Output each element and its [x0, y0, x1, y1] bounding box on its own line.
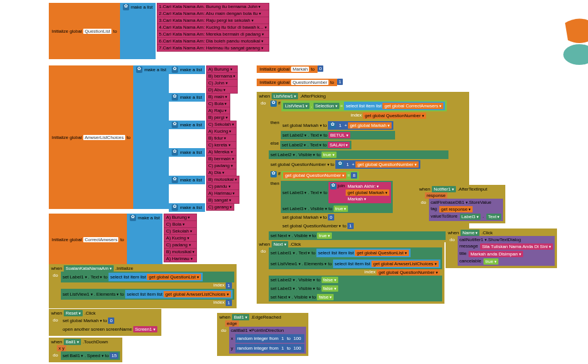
init-questionlist[interactable]: Initialize global QuestionList to make a…	[49, 3, 269, 59]
bool[interactable]: true	[334, 206, 349, 212]
comp[interactable]: Label3	[460, 214, 481, 220]
bool[interactable]: false	[322, 285, 338, 292]
component[interactable]: Next	[272, 241, 288, 247]
prop[interactable]: Elements	[304, 261, 327, 266]
text[interactable]: Sila Tuliskan Nama Anda Di Sini	[480, 243, 552, 250]
text[interactable]: SALAH	[328, 142, 350, 148]
comp[interactable]: Notifier1	[466, 237, 487, 242]
list-item[interactable]: C) garang	[206, 203, 235, 211]
component[interactable]: Name	[461, 230, 479, 236]
text[interactable]: Markah anda Disimpan	[469, 251, 523, 257]
init-correctanswers[interactable]: Initialize global CorrectAnwsers to make…	[49, 214, 197, 265]
comp[interactable]: Ball1	[238, 328, 252, 333]
prop[interactable]: Text	[486, 214, 502, 220]
list-item[interactable]: A) Harimau	[164, 255, 197, 262]
component[interactable]: Ball1	[232, 314, 249, 320]
prop[interactable]: Visible	[299, 277, 315, 282]
bool[interactable]: false	[322, 277, 338, 283]
comp[interactable]: FirebaseDB1	[438, 200, 468, 205]
text[interactable]: Markah Akhir:	[346, 183, 389, 189]
comp[interactable]: Label3	[289, 190, 307, 195]
num[interactable]: 1	[226, 282, 231, 289]
gear-icon[interactable]	[172, 94, 178, 100]
init-questionnumber[interactable]: Initialize global QuestionNumber to 1	[257, 79, 343, 86]
num[interactable]: 8	[351, 172, 357, 179]
component[interactable]: Notifier1	[432, 186, 456, 192]
when-notifier-aftertext[interactable]: when Notifier1.AfterTextInput response d…	[417, 185, 505, 223]
comp[interactable]: Label2	[289, 133, 307, 138]
prop[interactable]: Elements	[96, 292, 119, 297]
num[interactable]: 1	[280, 335, 285, 342]
prop[interactable]: Visible	[299, 152, 315, 157]
text[interactable]: Screen1	[133, 326, 157, 332]
list-item[interactable]: 7.Cari Kata Nama Am: Harimau itu sangat …	[157, 44, 269, 52]
num[interactable]: 1	[337, 122, 343, 129]
text[interactable]: Markah	[346, 196, 389, 202]
num[interactable]: 0	[328, 214, 334, 220]
comp[interactable]: Label2	[278, 152, 295, 157]
bool[interactable]: true	[317, 233, 332, 239]
when-name-click[interactable]: when Name.Click do call Notifier1.ShowTe…	[446, 229, 557, 268]
num[interactable]: 1	[337, 79, 343, 85]
comp[interactable]: Label3	[278, 286, 295, 291]
gear-icon[interactable]	[172, 149, 178, 156]
component[interactable]: SoalanKataNamaAm	[64, 265, 114, 272]
num[interactable]: 1	[345, 161, 350, 168]
prop[interactable]: Text	[311, 133, 323, 138]
component[interactable]: ListView1	[272, 93, 298, 99]
num[interactable]: 0	[108, 317, 114, 324]
gear-icon[interactable]	[172, 122, 178, 128]
gear-icon[interactable]	[172, 177, 178, 183]
component[interactable]: Reset	[64, 310, 83, 316]
when-reset-click[interactable]: when Reset.Click do set global Markah to…	[49, 309, 161, 336]
gear-icon[interactable]	[270, 171, 277, 177]
init-answerchoices[interactable]: Initialize global AnwserListChoices to m…	[49, 65, 239, 212]
init-markah[interactable]: Initialize global Markah to 0	[257, 65, 323, 73]
gear-icon[interactable]	[330, 122, 336, 129]
num[interactable]: 1	[280, 345, 285, 351]
num[interactable]: 1	[226, 300, 231, 306]
comp[interactable]: Label1	[278, 250, 295, 255]
comp[interactable]: ListView1	[70, 292, 93, 297]
num[interactable]: 15	[110, 353, 118, 359]
prop[interactable]: Selection	[314, 103, 339, 109]
num[interactable]: 1	[347, 223, 353, 229]
prop[interactable]: Text	[299, 250, 311, 255]
num[interactable]: 0	[318, 65, 323, 72]
gear-icon[interactable]	[172, 204, 178, 211]
prop[interactable]: Visible	[299, 286, 315, 291]
text[interactable]: BETUL	[328, 132, 350, 138]
num[interactable]: 100	[292, 345, 303, 351]
prop[interactable]: Visible	[311, 206, 327, 211]
comp[interactable]: Label2	[278, 277, 295, 282]
num[interactable]: 100	[292, 335, 303, 342]
bool[interactable]: true	[483, 258, 498, 265]
prop[interactable]: Speed	[87, 353, 104, 358]
comp[interactable]: Label3	[289, 206, 307, 211]
comp[interactable]: Label1	[70, 274, 87, 280]
component[interactable]: ListView1	[283, 103, 310, 109]
when-next-click[interactable]: when Next.Click do set Label1.Text to se…	[257, 240, 444, 304]
gear-icon[interactable]	[337, 161, 343, 168]
comp[interactable]: ListView1	[278, 261, 301, 266]
gear-icon[interactable]	[136, 67, 142, 73]
prop[interactable]: Visible	[294, 295, 311, 300]
when-ball-touchdown[interactable]: when Ball1.TouchDown x y do set Ball1.Sp…	[49, 338, 122, 362]
gear-icon[interactable]	[270, 100, 277, 107]
prop[interactable]: Visible	[294, 233, 311, 238]
gear-icon[interactable]	[172, 67, 178, 73]
gear-icon[interactable]	[123, 4, 129, 10]
component[interactable]: Ball1	[64, 339, 81, 345]
prop[interactable]: Text	[311, 190, 323, 195]
bool[interactable]: false	[317, 294, 334, 300]
comp[interactable]: Ball1	[70, 353, 84, 358]
when-ball-edgereached[interactable]: when Ball1.EdgeReached edge do call Ball…	[217, 313, 308, 356]
gear-icon[interactable]	[330, 183, 336, 189]
prop[interactable]: Text	[91, 274, 103, 280]
gear-icon[interactable]	[130, 215, 136, 221]
when-initialize[interactable]: when SoalanKataNamaAm.Initialize do set …	[49, 264, 237, 308]
comp[interactable]: Label2	[289, 142, 307, 148]
comp[interactable]: Next	[278, 295, 291, 300]
comp[interactable]: Next	[278, 233, 291, 238]
bool[interactable]: true	[322, 152, 336, 158]
